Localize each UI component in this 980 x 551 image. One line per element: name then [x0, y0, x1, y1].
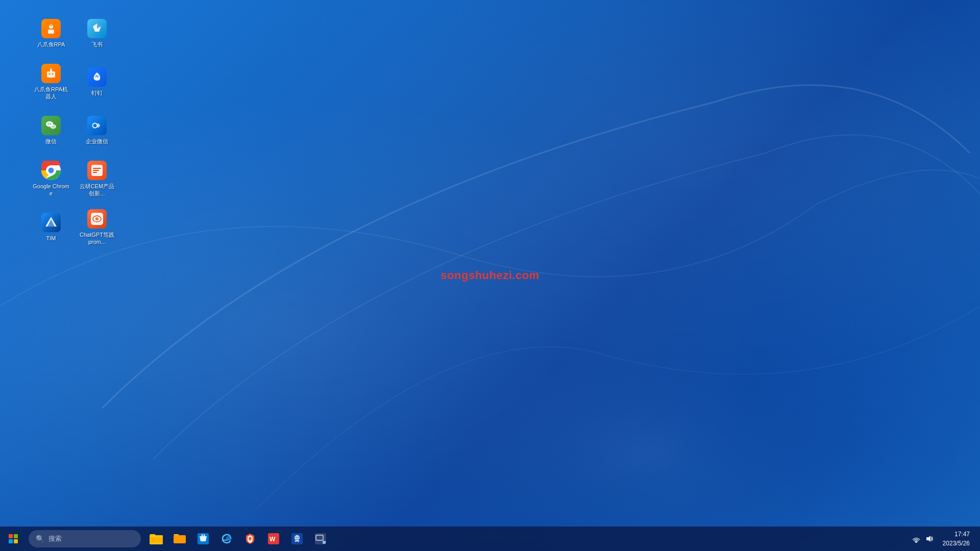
- dingding-label: 钉钉: [91, 89, 103, 96]
- rpa-robot-label: 八爪鱼RPA机器人: [33, 86, 69, 101]
- desktop-icon-rpa[interactable]: 八爪鱼RPA: [31, 10, 71, 56]
- taskbar: 🔍 搜索: [0, 527, 980, 551]
- svg-point-18: [48, 167, 54, 173]
- search-text: 搜索: [48, 534, 62, 543]
- wps-icon: W: [268, 533, 279, 544]
- rpa-robot-icon: [41, 63, 61, 84]
- svg-point-14: [54, 126, 55, 127]
- svg-text:W: W: [270, 536, 276, 543]
- search-icon: 🔍: [36, 535, 44, 543]
- svg-rect-36: [202, 534, 203, 537]
- svg-rect-21: [93, 170, 99, 171]
- svg-point-26: [95, 217, 99, 220]
- wechat-label: 微信: [45, 138, 57, 145]
- taskbar-store[interactable]: [192, 528, 214, 550]
- folder-icon: [174, 533, 186, 544]
- dingding-icon-img: [87, 67, 107, 87]
- svg-marker-48: [926, 536, 930, 542]
- svg-point-43: [298, 537, 299, 538]
- taskbar-brave[interactable]: [239, 528, 261, 550]
- tray-time: 17:47: [954, 530, 970, 539]
- yunyantai-label: 云研CEM产品创新...: [79, 183, 115, 197]
- desktop-icon-dingding[interactable]: 钉钉: [77, 59, 117, 105]
- tray-icons: [911, 534, 935, 544]
- svg-point-47: [915, 542, 917, 543]
- watermark: songshuhezi.com: [440, 269, 539, 282]
- feishu-icon-img: [87, 18, 107, 39]
- feishu-label: 飞书: [91, 41, 103, 48]
- desktop-icon-wechat[interactable]: 微信: [31, 107, 71, 153]
- svg-rect-3: [50, 25, 53, 26]
- screen-capture-icon: [315, 533, 326, 544]
- desktop-icon-tim[interactable]: TIM: [31, 204, 71, 250]
- desktop-icon-chrome[interactable]: Google Chrome: [31, 156, 71, 202]
- desktop-icon-wework[interactable]: 企业微信: [77, 107, 117, 153]
- taskbar-apps: W: [145, 528, 332, 550]
- desktop-icon-chatgpt[interactable]: ChatGPT笃践prom...: [77, 204, 117, 250]
- edge-icon: [220, 533, 233, 545]
- rpa-icon: [41, 18, 61, 39]
- svg-rect-33: [150, 537, 163, 543]
- windows-icon: [9, 534, 18, 543]
- svg-point-15: [93, 123, 97, 128]
- desktop-icons-area: 八爪鱼RPA 飞书 八爪鱼RPA机器人 钉钉: [31, 10, 117, 250]
- chatgpt-icon-img: [87, 209, 107, 229]
- network-icon: [912, 535, 920, 543]
- tim-label: TIM: [46, 235, 56, 242]
- tray-volume-icon[interactable]: [924, 534, 935, 544]
- svg-rect-30: [14, 539, 18, 543]
- svg-point-10: [50, 124, 56, 129]
- desktop-icon-feishu[interactable]: 飞书: [77, 10, 117, 56]
- svg-rect-7: [50, 69, 52, 71]
- svg-rect-27: [9, 534, 13, 538]
- system-tray: 17:47 2023/5/26: [911, 530, 980, 548]
- svg-rect-20: [93, 168, 101, 169]
- wechat-icon-img: [41, 115, 61, 136]
- yunyantai-icon-img: [87, 160, 107, 181]
- search-bar[interactable]: 🔍 搜索: [29, 530, 141, 547]
- svg-rect-28: [14, 534, 18, 538]
- taskbar-file-explorer[interactable]: [145, 528, 167, 550]
- svg-rect-37: [204, 534, 205, 537]
- svg-point-13: [52, 126, 53, 127]
- svg-rect-29: [9, 539, 13, 543]
- qq-icon: [291, 533, 303, 544]
- taskbar-folder[interactable]: [168, 528, 191, 550]
- taskbar-wps[interactable]: W: [262, 528, 285, 550]
- svg-rect-4: [47, 71, 55, 78]
- taskbar-screen-capture[interactable]: [309, 528, 332, 550]
- tray-date: 2023/5/26: [943, 539, 970, 548]
- brave-icon: [244, 533, 256, 545]
- tray-datetime[interactable]: 17:47 2023/5/26: [939, 530, 974, 548]
- file-explorer-icon: [150, 533, 163, 544]
- svg-point-42: [296, 537, 297, 538]
- wework-label: 企业微信: [86, 138, 108, 145]
- wework-icon-img: [87, 115, 107, 136]
- taskbar-edge[interactable]: [215, 528, 238, 550]
- chatgpt-label: ChatGPT笃践prom...: [79, 231, 115, 246]
- svg-point-11: [48, 123, 49, 124]
- svg-rect-34: [174, 535, 186, 543]
- svg-rect-2: [48, 30, 54, 34]
- svg-rect-22: [93, 172, 97, 173]
- chrome-label: Google Chrome: [33, 183, 69, 197]
- tray-network-icon[interactable]: [911, 534, 921, 544]
- chrome-icon-img: [41, 160, 61, 181]
- taskbar-qq[interactable]: [286, 528, 308, 550]
- svg-point-5: [48, 73, 51, 75]
- desktop-icon-yunyantai[interactable]: 云研CEM产品创新...: [77, 156, 117, 202]
- start-button[interactable]: [0, 527, 27, 551]
- svg-point-12: [50, 123, 51, 124]
- store-icon: [198, 533, 209, 544]
- tim-icon-img: [41, 212, 61, 233]
- desktop-icon-rpa-robot[interactable]: 八爪鱼RPA机器人: [31, 59, 71, 105]
- svg-point-6: [52, 73, 54, 75]
- rpa-label: 八爪鱼RPA: [37, 41, 65, 48]
- volume-icon: [925, 535, 934, 543]
